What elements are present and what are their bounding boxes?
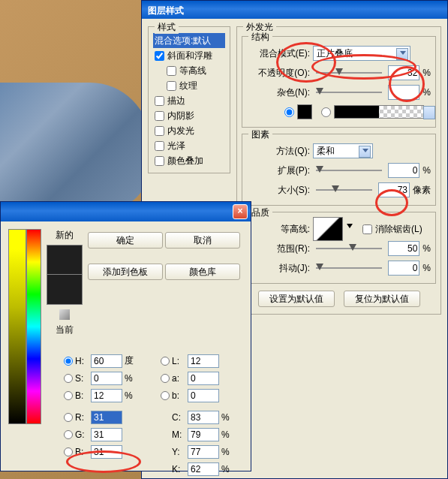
noise-slider[interactable] [316, 86, 382, 99]
structure-group: 结构 混合模式(E): 正片叠底 不透明度(O): 32 % 杂色(N): [242, 36, 436, 128]
quality-group: 品质 等高线: 消除锯齿(L) 范围(R): 50 % [242, 212, 436, 284]
color-picker-dialog: × 新的 当前 确定 取消 添加到色板 颜色库 H:60度 S:0% B:12% [0, 201, 251, 471]
style-item-texture[interactable]: 纹理 [153, 78, 225, 93]
glow-gradient-radio[interactable] [321, 107, 331, 117]
glow-color-swatch[interactable] [297, 104, 312, 119]
noise-input[interactable] [388, 85, 419, 100]
y-input[interactable]: 77 [188, 445, 219, 459]
r-input[interactable]: 31 [91, 411, 122, 424]
style-item-satin[interactable]: 光泽 [153, 138, 225, 153]
style-item-stroke[interactable]: 描边 [153, 93, 225, 108]
spread-input[interactable]: 0 [388, 163, 419, 178]
a-radio[interactable] [161, 374, 170, 383]
technique-select[interactable]: 柔和 [313, 143, 373, 158]
lab-b-radio[interactable] [161, 391, 170, 400]
outer-glow-group: 外发光 结构 混合模式(E): 正片叠底 不透明度(O): 32 % 杂色(N) [236, 26, 441, 315]
lab-b-input[interactable]: 0 [188, 389, 219, 402]
color-picker-titlebar[interactable]: × [1, 202, 251, 221]
h-input[interactable]: 60 [91, 354, 122, 368]
set-default-button[interactable]: 设置为默认值 [258, 291, 335, 307]
g-radio[interactable] [64, 430, 73, 439]
k-input[interactable]: 62 [188, 462, 219, 476]
background-denim [0, 83, 150, 210]
reset-default-button[interactable]: 复位为默认值 [344, 291, 420, 307]
l-radio[interactable] [161, 357, 170, 366]
close-icon[interactable]: × [233, 204, 248, 219]
glow-gradient[interactable] [334, 105, 424, 119]
style-item-innershadow[interactable]: 内阴影 [153, 108, 225, 123]
jitter-slider[interactable] [316, 261, 382, 275]
b-radio[interactable] [64, 391, 73, 400]
contour-picker[interactable] [313, 217, 343, 241]
bc-input[interactable]: 31 [91, 445, 122, 459]
jitter-input[interactable]: 0 [388, 261, 419, 276]
new-color-preview [47, 245, 83, 275]
h-radio[interactable] [64, 357, 73, 366]
dialog-title[interactable]: 图层样式 [142, 1, 447, 19]
saturation-value-box[interactable] [8, 229, 26, 424]
elements-group: 图素 方法(Q): 柔和 扩展(P): 0 % 大小(S): 73 [242, 134, 436, 206]
range-slider[interactable] [316, 242, 382, 255]
l-input[interactable]: 12 [188, 354, 219, 368]
s-input[interactable]: 0 [91, 372, 122, 385]
add-swatch-button[interactable]: 添加到色板 [88, 264, 163, 280]
ok-button[interactable]: 确定 [88, 232, 163, 249]
current-color-label: 当前 [46, 324, 83, 336]
opacity-slider[interactable] [316, 66, 382, 80]
blend-mode-select[interactable]: 正片叠底 [313, 46, 410, 61]
antialias-checkbox[interactable] [362, 224, 372, 234]
size-slider[interactable] [316, 183, 372, 197]
g-input[interactable]: 31 [91, 428, 122, 441]
style-item-innerglow[interactable]: 内发光 [153, 123, 225, 138]
style-item-contour[interactable]: 等高线 [153, 63, 225, 78]
cube-icon[interactable] [59, 309, 70, 320]
size-input[interactable]: 73 [378, 182, 410, 197]
color-lib-button[interactable]: 颜色库 [165, 264, 240, 280]
r-radio[interactable] [64, 413, 73, 422]
current-color-preview [47, 275, 83, 305]
bv-input[interactable]: 12 [91, 389, 122, 402]
style-item-bevel[interactable]: 斜面和浮雕 [153, 48, 225, 63]
blend-options-row[interactable]: 混合选项:默认 [153, 33, 225, 48]
m-input[interactable]: 79 [188, 428, 219, 441]
bc-radio[interactable] [64, 447, 73, 456]
new-color-label: 新的 [46, 229, 83, 242]
style-item-coloroverlay[interactable]: 颜色叠加 [153, 153, 225, 168]
cancel-button[interactable]: 取消 [165, 232, 240, 249]
range-input[interactable]: 50 [388, 241, 419, 256]
a-input[interactable]: 0 [188, 372, 219, 385]
styles-list: 样式 混合选项:默认 斜面和浮雕 等高线 纹理 描边 内阴影 内发光 光泽 颜色… [148, 26, 230, 173]
glow-color-radio[interactable] [284, 107, 294, 117]
c-input[interactable]: 83 [188, 411, 219, 424]
hue-strip[interactable] [26, 229, 41, 424]
s-radio[interactable] [64, 374, 73, 383]
opacity-input[interactable]: 32 [388, 65, 419, 80]
spread-slider[interactable] [316, 164, 382, 177]
